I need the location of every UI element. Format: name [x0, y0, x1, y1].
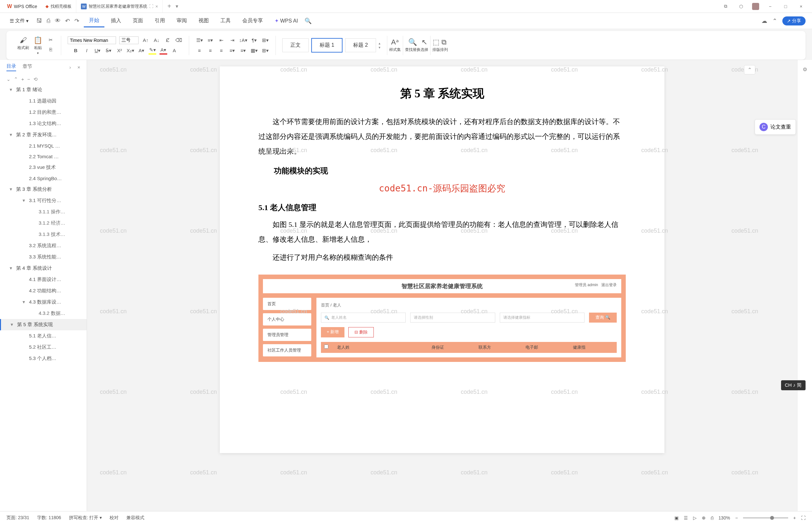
strikethrough-icon[interactable]: S̶▾: [105, 47, 113, 54]
menu-start[interactable]: 开始: [84, 15, 104, 28]
align-center-icon[interactable]: ≡: [206, 47, 214, 54]
text-effect-icon[interactable]: A▾: [137, 47, 145, 54]
copy-window-icon[interactable]: ⧉: [721, 2, 730, 11]
zoom-slider[interactable]: [743, 517, 788, 519]
highlight-icon[interactable]: ✎▾: [149, 47, 156, 54]
zoom-in-icon[interactable]: +: [793, 515, 796, 521]
style-scroll-down-icon[interactable]: ▾: [379, 46, 381, 50]
sort-icon[interactable]: ↕A▾: [239, 36, 247, 44]
tab-dropdown[interactable]: ▾: [176, 3, 178, 9]
zoom-label[interactable]: 130%: [718, 515, 730, 521]
chevron-down-icon[interactable]: ▾: [11, 322, 15, 327]
show-marks-icon[interactable]: ¶▾: [250, 36, 258, 44]
outline-item[interactable]: ▾第 4 章 系统设计: [0, 263, 87, 274]
link-icon[interactable]: ⟲: [34, 76, 38, 82]
view-read-icon[interactable]: ⊕: [702, 515, 706, 521]
style-h2[interactable]: 标题 2: [345, 38, 376, 52]
new-tab-button[interactable]: +: [163, 3, 176, 10]
menu-tools[interactable]: 工具: [215, 15, 236, 27]
word-count[interactable]: 字数: 11806: [37, 515, 61, 521]
font-size-select[interactable]: [119, 36, 138, 44]
format-brush-button[interactable]: 🖌格式刷: [17, 36, 29, 55]
menu-review[interactable]: 审阅: [171, 15, 192, 27]
style-set-button[interactable]: Aᵃ样式集: [389, 38, 401, 52]
print-icon[interactable]: ⎙: [47, 17, 50, 24]
increase-indent-icon[interactable]: ⇥: [229, 36, 236, 44]
search-icon[interactable]: 🔍: [304, 17, 312, 24]
menu-wpsai[interactable]: ✦ WPS AI: [269, 15, 303, 27]
bold-icon[interactable]: B: [72, 47, 80, 54]
remove-icon[interactable]: −: [28, 76, 30, 82]
outline-item[interactable]: 2.2 Tomcat …: [0, 151, 87, 162]
outline-item[interactable]: 1.3 论文结构…: [0, 118, 87, 129]
spell-check[interactable]: 拼写检查: 打开 ▾: [69, 515, 102, 521]
menu-view[interactable]: 视图: [193, 15, 214, 27]
increase-font-icon[interactable]: A↑: [142, 36, 150, 44]
underline-icon[interactable]: U▾: [94, 47, 101, 54]
preview-icon[interactable]: 👁: [55, 17, 61, 24]
outline-item[interactable]: 4.2 功能结构…: [0, 285, 87, 296]
decrease-font-icon[interactable]: A↓: [153, 36, 161, 44]
decrease-indent-icon[interactable]: ⇤: [217, 36, 225, 44]
close-tab-icon[interactable]: ×: [155, 4, 158, 9]
collapse-icon[interactable]: ⌄: [6, 76, 11, 82]
settings-icon[interactable]: ⚙: [803, 66, 807, 72]
chevron-down-icon[interactable]: ▾: [10, 265, 14, 271]
clear-format-icon[interactable]: ⌫: [175, 36, 182, 44]
outline-item[interactable]: 4.3.2 数据…: [0, 308, 87, 319]
file-menu[interactable]: ☰ 文件 ▾: [6, 18, 32, 24]
paste-button[interactable]: 📋粘贴▾: [34, 36, 42, 55]
outline-item[interactable]: 5.1 老人信…: [0, 330, 87, 342]
font-color2-icon[interactable]: A: [170, 47, 178, 54]
bullet-list-icon[interactable]: ☰▾: [196, 36, 203, 44]
superscript-icon[interactable]: X²: [116, 47, 123, 54]
avatar-icon[interactable]: [752, 3, 759, 10]
outline-item[interactable]: 3.1.2 经济…: [0, 217, 87, 229]
page-indicator[interactable]: 页面: 23/31: [6, 515, 29, 521]
style-h1[interactable]: 标题 1: [311, 38, 343, 52]
template-tab[interactable]: ◆ 找稻壳模板: [41, 0, 76, 13]
cut-icon[interactable]: ✂: [47, 36, 54, 44]
document-area[interactable]: 第 5 章 系统实现 这个环节需要使用前面的设计方案，包括对系统模块的设计，还有…: [87, 60, 797, 513]
outline-item[interactable]: 5.3 个人档…: [0, 353, 87, 364]
collapse-ribbon-icon[interactable]: ⌃: [772, 17, 777, 24]
menu-member[interactable]: 会员专享: [237, 15, 268, 27]
style-normal[interactable]: 正文: [282, 38, 309, 52]
collapse-handle-icon[interactable]: ⌃: [744, 65, 755, 75]
chevron-right-icon[interactable]: ›: [69, 64, 71, 70]
justify-icon[interactable]: ≡▾: [229, 47, 236, 54]
paper-check-button[interactable]: C 论文查重: [755, 119, 796, 135]
outline-item[interactable]: ▾4.3 数据库设…: [0, 296, 87, 308]
outline-item[interactable]: ▾第 5 章 系统实现: [0, 319, 87, 330]
outline-item[interactable]: 3.1.3 技术…: [0, 229, 87, 240]
view-web-icon[interactable]: ▷: [693, 515, 697, 521]
tab-outline[interactable]: 目录: [6, 63, 16, 71]
tab-chapter[interactable]: 章节: [22, 64, 32, 71]
menu-reference[interactable]: 引用: [150, 15, 170, 27]
expand-icon[interactable]: ⌃: [14, 76, 18, 82]
subscript-icon[interactable]: X₂▾: [127, 47, 134, 54]
outline-item[interactable]: ▾第 2 章 开发环境…: [0, 129, 87, 141]
chevron-down-icon[interactable]: ▾: [22, 299, 27, 305]
view-outline-icon[interactable]: ☰: [684, 515, 688, 521]
outline-item[interactable]: 3.3 系统性能…: [0, 251, 87, 263]
save-icon[interactable]: 🖫: [36, 17, 42, 24]
outline-item[interactable]: 2.1 MYSQL …: [0, 141, 87, 151]
add-icon[interactable]: +: [21, 76, 24, 82]
zoom-out-icon[interactable]: −: [735, 515, 738, 521]
chevron-down-icon[interactable]: ▾: [10, 87, 14, 93]
document-tab[interactable]: W 智慧社区居家养老健康管理系统 ⛶ ×: [76, 0, 163, 13]
font-color-icon[interactable]: A▾: [160, 47, 167, 54]
outline-item[interactable]: 3.2 系统流程…: [0, 240, 87, 251]
outline-item[interactable]: 1.2 目的和意…: [0, 107, 87, 118]
number-list-icon[interactable]: ≡▾: [206, 36, 214, 44]
align-left-icon[interactable]: ≡: [196, 47, 203, 54]
presentation-icon[interactable]: ⛶: [149, 4, 153, 9]
change-case-icon[interactable]: Ȼ: [164, 36, 171, 44]
cube-icon[interactable]: ⬡: [736, 2, 746, 11]
menu-insert[interactable]: 插入: [106, 15, 126, 27]
outline-item[interactable]: 5.2 社区工…: [0, 342, 87, 353]
maximize-icon[interactable]: □: [781, 2, 790, 11]
cloud-icon[interactable]: ☁: [761, 17, 767, 24]
close-window-icon[interactable]: ×: [797, 2, 806, 11]
